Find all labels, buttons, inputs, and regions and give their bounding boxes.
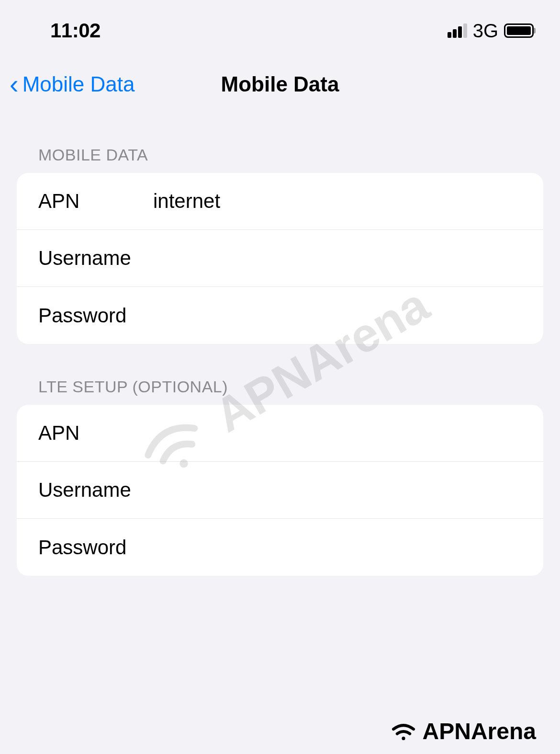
row-label: Password <box>38 304 153 327</box>
row-label: Username <box>38 479 153 502</box>
wifi-icon <box>389 720 418 743</box>
status-bar: 11:02 3G <box>0 0 560 57</box>
watermark-logo: APNArena <box>389 718 536 744</box>
section-header-lte-setup: LTE SETUP (OPTIONAL) <box>0 344 560 405</box>
back-button-label: Mobile Data <box>22 72 135 96</box>
apn-input[interactable] <box>153 190 522 213</box>
row-label: Username <box>38 247 153 270</box>
battery-icon <box>504 23 534 38</box>
signal-icon <box>448 23 467 38</box>
lte-password-input[interactable] <box>153 536 522 559</box>
section-group-lte-setup: APN Username Password <box>17 405 543 576</box>
lte-apn-input[interactable] <box>153 422 522 445</box>
row-lte-password[interactable]: Password <box>17 519 543 576</box>
row-lte-apn[interactable]: APN <box>17 405 543 462</box>
watermark-brand-text: APNArena <box>423 718 536 744</box>
row-username[interactable]: Username <box>17 230 543 287</box>
row-label: APN <box>38 422 153 445</box>
row-label: Password <box>38 536 153 559</box>
section-header-mobile-data: MOBILE DATA <box>0 117 560 173</box>
row-password[interactable]: Password <box>17 287 543 344</box>
chevron-left-icon: ‹ <box>10 71 19 98</box>
page-title: Mobile Data <box>221 72 339 96</box>
row-lte-username[interactable]: Username <box>17 462 543 519</box>
navigation-bar: ‹ Mobile Data Mobile Data <box>0 57 560 117</box>
password-input[interactable] <box>153 304 522 327</box>
row-apn[interactable]: APN <box>17 173 543 230</box>
network-type-label: 3G <box>473 20 498 42</box>
status-time: 11:02 <box>50 19 101 42</box>
section-group-mobile-data: APN Username Password <box>17 173 543 344</box>
username-input[interactable] <box>153 247 522 270</box>
lte-username-input[interactable] <box>153 479 522 502</box>
back-button[interactable]: ‹ Mobile Data <box>10 71 134 98</box>
status-indicators: 3G <box>448 20 534 42</box>
row-label: APN <box>38 190 153 213</box>
